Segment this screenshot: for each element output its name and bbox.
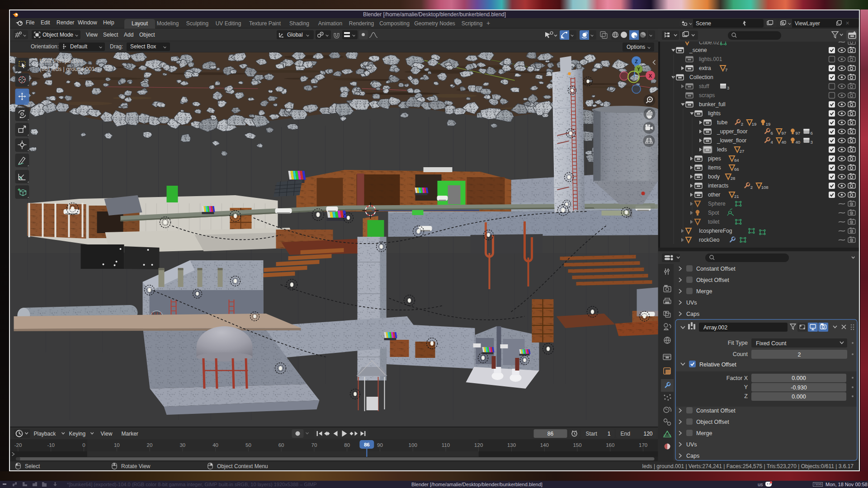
svg-text:120: 120: [643, 431, 652, 437]
svg-text:toilet: toilet: [708, 219, 720, 225]
svg-text:86: 86: [364, 442, 370, 447]
svg-text:body: body: [708, 174, 720, 180]
svg-text:2: 2: [798, 352, 801, 358]
svg-text:21: 21: [734, 194, 739, 199]
svg-text:Playback: Playback: [34, 431, 57, 437]
svg-text:stuff: stuff: [699, 83, 709, 89]
svg-text:97: 97: [795, 131, 800, 136]
svg-text:2: 2: [741, 122, 743, 127]
svg-text:-10: -10: [47, 442, 55, 448]
svg-text:66: 66: [734, 167, 739, 172]
svg-text:Marker: Marker: [122, 431, 138, 437]
svg-text:(86) leds | ground.001: (86) leds | ground.001: [40, 66, 95, 72]
svg-text:19: 19: [766, 122, 771, 127]
svg-text:Caps: Caps: [686, 311, 699, 317]
svg-text:Z: Z: [744, 393, 748, 399]
svg-text:pipes: pipes: [708, 155, 721, 162]
svg-text:Keying: Keying: [69, 431, 86, 437]
svg-text:-20: -20: [14, 442, 22, 448]
svg-text:rockGeo: rockGeo: [699, 237, 720, 243]
svg-text:scraps: scraps: [699, 92, 715, 99]
svg-text:Y: Y: [637, 67, 640, 72]
svg-text:items: items: [708, 164, 721, 171]
svg-text:6: 6: [770, 131, 773, 136]
svg-text:27: 27: [740, 149, 745, 154]
svg-text:UVs: UVs: [686, 300, 697, 306]
svg-text:Merge: Merge: [696, 430, 712, 436]
svg-text:0.000: 0.000: [792, 394, 806, 400]
svg-text:40: 40: [795, 140, 800, 145]
svg-text:lights.001: lights.001: [699, 56, 722, 62]
svg-text:extra: extra: [699, 65, 711, 71]
svg-text:170: 170: [639, 442, 647, 448]
svg-text:19: 19: [752, 122, 757, 127]
svg-text:Relative Offset: Relative Offset: [699, 361, 736, 368]
svg-text:Fixed Count: Fixed Count: [756, 340, 787, 347]
svg-text:1: 1: [608, 431, 611, 437]
svg-text:Object Offset: Object Offset: [696, 277, 729, 283]
svg-text:Fit Type: Fit Type: [728, 340, 748, 346]
svg-text:97: 97: [781, 131, 786, 136]
svg-text:_upper_floor: _upper_floor: [717, 128, 747, 135]
svg-text:bunker_full: bunker_full: [699, 101, 726, 108]
svg-text:86: 86: [547, 431, 554, 437]
svg-text:3: 3: [810, 140, 812, 145]
svg-text:tube: tube: [717, 119, 728, 126]
svg-text:other: other: [708, 192, 720, 198]
svg-text:X: X: [649, 73, 652, 79]
svg-text:Z: Z: [635, 59, 638, 64]
svg-text:84: 84: [734, 158, 739, 163]
svg-text:UVs: UVs: [686, 441, 697, 448]
svg-text:2: 2: [750, 185, 753, 190]
svg-text:Start: Start: [586, 431, 598, 437]
svg-text:lights: lights: [708, 110, 721, 117]
svg-text:_scene: _scene: [689, 47, 707, 53]
svg-text:4: 4: [770, 140, 773, 145]
svg-text:End: End: [621, 431, 630, 437]
svg-text:IcosphereFog: IcosphereFog: [699, 228, 732, 234]
svg-text:140: 140: [540, 442, 549, 448]
svg-text:40: 40: [781, 140, 786, 145]
svg-text:_lower_floor: _lower_floor: [717, 137, 746, 144]
svg-text:Collection: Collection: [689, 74, 713, 80]
svg-text:View: View: [101, 431, 113, 437]
svg-text:Object Offset: Object Offset: [696, 419, 729, 425]
svg-text:-0.930: -0.930: [791, 385, 807, 391]
svg-text:130: 130: [507, 442, 516, 448]
svg-text:150: 150: [573, 442, 581, 448]
svg-text:160: 160: [606, 442, 614, 448]
svg-text:Sphere: Sphere: [708, 201, 726, 207]
svg-text:User Perspective: User Perspective: [40, 58, 83, 64]
svg-text:3: 3: [727, 85, 729, 90]
svg-text:Y: Y: [744, 384, 748, 390]
svg-text:leds: leds: [717, 146, 727, 153]
svg-text:28: 28: [731, 176, 736, 181]
svg-text:7: 7: [725, 67, 727, 72]
svg-text:Spot: Spot: [708, 210, 719, 216]
svg-text:interacts: interacts: [708, 183, 728, 189]
svg-text:Caps: Caps: [686, 453, 699, 459]
svg-text:Count: Count: [733, 351, 748, 357]
svg-text:108: 108: [761, 185, 769, 190]
svg-text:0: 0: [82, 442, 85, 448]
svg-text:0.000: 0.000: [792, 375, 806, 381]
svg-text:Factor X: Factor X: [726, 375, 748, 381]
svg-text:Merge: Merge: [696, 288, 712, 295]
svg-text:Constant Offset: Constant Offset: [696, 266, 736, 272]
svg-text:Constant Offset: Constant Offset: [696, 408, 736, 414]
svg-text:6: 6: [810, 131, 812, 136]
svg-text:Array.002: Array.002: [703, 324, 727, 331]
